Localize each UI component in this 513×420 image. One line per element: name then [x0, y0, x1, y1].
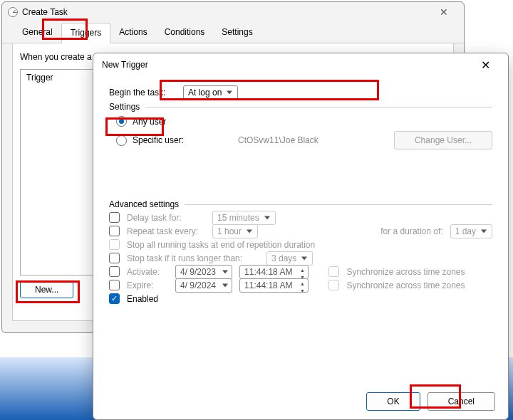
create-task-titlebar: Create Task ✕ [2, 2, 464, 22]
specific-user-value: CtOSvw11\Joe Black [238, 135, 318, 145]
stop-if-select[interactable]: 3 days [266, 251, 313, 266]
change-user-button[interactable]: Change User... [394, 131, 492, 149]
divider [185, 204, 492, 205]
specific-user-radio[interactable]: Specific user: CtOSvw11\Joe Black Change… [116, 131, 492, 149]
repeat-checkbox[interactable] [109, 226, 120, 236]
create-task-title: Create Task [22, 7, 68, 17]
tab-settings[interactable]: Settings [213, 23, 261, 43]
any-user-radio[interactable]: Any user [116, 116, 492, 127]
new-trigger-title: New Trigger [102, 60, 148, 70]
expire-label: Expire: [127, 280, 168, 290]
begin-task-select[interactable]: At log on [183, 85, 238, 100]
stop-if-checkbox[interactable] [109, 253, 120, 263]
stop-if-label: Stop task if it runs longer than: [127, 253, 259, 263]
tab-actions[interactable]: Actions [110, 23, 155, 43]
close-icon[interactable]: ✕ [471, 58, 499, 72]
tab-general[interactable]: General [14, 23, 61, 43]
sync-label: Synchronize across time zones [346, 267, 465, 277]
expire-date-input[interactable]: 4/ 9/2024 [175, 278, 232, 293]
stop-all-label: Stop all running tasks at end of repetit… [127, 240, 315, 250]
cancel-button[interactable]: Cancel [428, 392, 495, 411]
begin-task-label: Begin the task: [109, 88, 176, 98]
task-scheduler-icon [8, 7, 18, 17]
advanced-group-label: Advanced settings [109, 199, 179, 209]
delay-checkbox[interactable] [109, 212, 120, 223]
new-trigger-button[interactable]: New... [20, 281, 73, 298]
ok-button[interactable]: OK [366, 392, 420, 411]
enabled-label: Enabled [127, 294, 158, 304]
create-task-tabs: General Triggers Actions Conditions Sett… [2, 22, 464, 43]
new-trigger-titlebar: New Trigger ✕ [93, 53, 508, 76]
delay-label: Delay task for: [127, 213, 205, 223]
sync-activate-checkbox[interactable] [328, 266, 339, 277]
settings-group-label: Settings [109, 102, 140, 112]
activate-checkbox[interactable] [109, 266, 120, 277]
new-trigger-dialog: New Trigger ✕ Begin the task: At log on … [93, 53, 509, 420]
radio-dot-icon [116, 116, 127, 127]
enabled-checkbox[interactable] [109, 293, 120, 304]
sync-expire-checkbox[interactable] [328, 280, 339, 290]
spinner-icon[interactable]: ▲▼ [296, 281, 308, 296]
sync-label: Synchronize across time zones [346, 280, 465, 290]
divider [145, 107, 492, 107]
expire-checkbox[interactable] [109, 280, 120, 290]
activate-date-input[interactable]: 4/ 9/2023 [175, 265, 232, 279]
repeat-duration-label: for a duration of: [380, 226, 442, 236]
close-icon[interactable]: ✕ [430, 6, 458, 18]
delay-value-select[interactable]: 15 minutes [212, 211, 276, 225]
activate-label: Activate: [127, 267, 168, 277]
repeat-label: Repeat task every: [127, 226, 205, 236]
repeat-value-select[interactable]: 1 hour [212, 224, 258, 238]
tab-triggers[interactable]: Triggers [61, 23, 111, 43]
repeat-duration-select[interactable]: 1 day [450, 224, 492, 238]
radio-dot-icon [116, 135, 127, 146]
specific-user-label: Specific user: [133, 135, 184, 145]
stop-all-checkbox[interactable] [109, 239, 120, 250]
tab-conditions[interactable]: Conditions [156, 23, 214, 43]
any-user-label: Any user [133, 117, 166, 127]
